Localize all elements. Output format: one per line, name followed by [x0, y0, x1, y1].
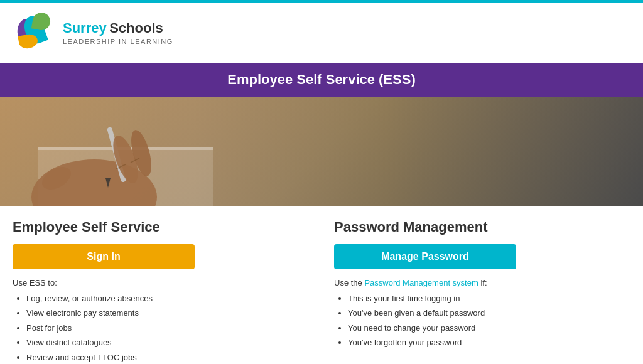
logo-schools: Schools: [109, 20, 163, 36]
hero-image: [0, 97, 643, 206]
logo-line1: Surrey Schools: [63, 21, 173, 36]
password-bullets: This is your first time logging in You'v…: [334, 291, 630, 350]
list-item: Post for jobs: [26, 321, 309, 335]
hero-illustration: [0, 97, 220, 206]
page-banner: Employee Self Service (ESS): [0, 63, 643, 97]
logo-tagline: LEADERSHIP IN LEARNING: [63, 38, 173, 45]
ess-use-label: Use ESS to:: [13, 278, 309, 287]
list-item: You need to change your password: [348, 321, 630, 335]
list-item: Review and accept TTOC jobs: [26, 350, 309, 364]
signin-button[interactable]: Sign In: [13, 244, 195, 269]
password-use-label: Use the Password Management system if:: [334, 278, 630, 287]
main-content: Employee Self Service Sign In Use ESS to…: [0, 206, 643, 364]
header: Surrey Schools LEADERSHIP IN LEARNING: [0, 3, 643, 63]
list-item: View district catalogues: [26, 335, 309, 350]
logo-text: Surrey Schools LEADERSHIP IN LEARNING: [63, 21, 173, 45]
logo-shape-green: [31, 11, 51, 31]
list-item: View electronic pay statements: [26, 306, 309, 320]
list-item: Log, review, or authorize absences: [26, 291, 309, 306]
list-item: You've been given a default password: [348, 306, 630, 320]
logo-icon: [13, 13, 57, 53]
banner-title: Employee Self Service (ESS): [227, 72, 416, 87]
logo-container: Surrey Schools LEADERSHIP IN LEARNING: [13, 13, 173, 53]
password-section: Password Management Manage Password Use …: [334, 219, 630, 364]
password-management-link[interactable]: Password Management system: [364, 278, 478, 287]
logo-surrey: Surrey: [63, 20, 107, 36]
list-item: This is your first time logging in: [348, 291, 630, 306]
ess-title: Employee Self Service: [13, 219, 309, 235]
list-item: You've forgotten your password: [348, 335, 630, 350]
password-title: Password Management: [334, 219, 630, 235]
ess-section: Employee Self Service Sign In Use ESS to…: [13, 219, 309, 364]
manage-password-button[interactable]: Manage Password: [334, 244, 516, 269]
ess-bullets: Log, review, or authorize absences View …: [13, 291, 309, 364]
